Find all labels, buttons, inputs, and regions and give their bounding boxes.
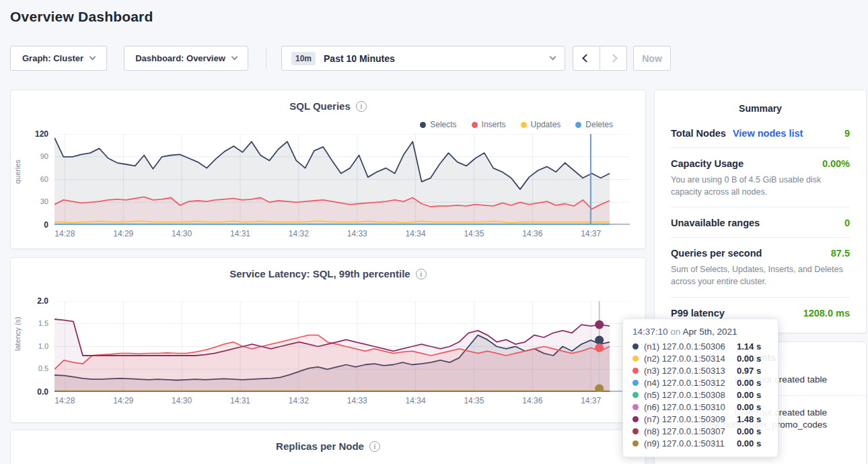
chart-title: Replicas per Node	[276, 440, 364, 452]
dashboard-dropdown[interactable]: Dashboard: Overview	[124, 46, 248, 71]
summary-metric-caption: You are using 0 B of 4.5 GiB usable disk…	[671, 174, 850, 198]
x-axis-tick: 14:35	[458, 229, 490, 238]
tooltip-node-value: 0.97 s	[737, 366, 761, 376]
tooltip-row: (n5) 127.0.0.1:503080.00 s	[632, 389, 768, 401]
x-axis-tick: 14:37	[575, 396, 607, 405]
now-button[interactable]: Now	[633, 46, 671, 71]
node-color-dot-icon	[632, 343, 639, 350]
graph-dropdown-label: Graph: Cluster	[22, 53, 83, 63]
summary-metric-value: 1208.0 ms	[803, 308, 850, 319]
info-icon[interactable]	[369, 441, 380, 452]
summary-row-head: Total NodesView nodes list9	[671, 128, 850, 139]
tooltip-node-label: (n9) 127.0.0.1:50311	[644, 438, 737, 449]
y-axis-tick: 2.0	[11, 296, 48, 306]
plot-area	[55, 301, 630, 392]
crosshair-dot	[595, 343, 604, 352]
time-prev-button[interactable]	[573, 46, 600, 71]
tooltip-date: Apr 5th, 2021	[682, 327, 737, 337]
crosshair-dot	[595, 321, 604, 329]
summary-row: Total NodesView nodes list9	[671, 118, 850, 148]
tooltip-time: 14:37:10	[632, 327, 668, 337]
crosshair-dot	[595, 336, 604, 345]
x-axis-tick: 14:34	[400, 229, 432, 238]
x-axis-tick: 14:35	[458, 396, 490, 405]
summary-metric-label: Queries per second	[671, 248, 762, 259]
plot-area	[55, 134, 630, 225]
graph-dropdown[interactable]: Graph: Cluster	[10, 46, 107, 71]
y-axis-tick: 0.0	[11, 387, 48, 397]
tooltip-node-label: (n2) 127.0.0.1:50314	[644, 354, 737, 364]
summary-metric-value: 9	[844, 128, 850, 139]
tooltip-node-value: 1.48 s	[737, 414, 761, 424]
x-axis-tick: 14:37	[575, 229, 607, 238]
node-color-dot-icon	[632, 380, 639, 386]
dashboard-dropdown-label: Dashboard: Overview	[135, 53, 225, 63]
x-axis-tick: 14:28	[48, 229, 81, 238]
node-color-dot-icon	[632, 392, 639, 398]
chart-svg	[55, 134, 630, 225]
summary-row: Unavailable ranges0	[671, 207, 850, 238]
chevron-down-icon	[89, 54, 96, 61]
node-color-dot-icon	[632, 356, 639, 362]
y-axis-tick: 0	[11, 220, 48, 230]
tooltip-row: (n7) 127.0.0.1:503091.48 s	[632, 413, 768, 425]
summary-row-head: Unavailable ranges0	[671, 218, 850, 228]
summary-row-head: Capacity Usage0.00%	[671, 158, 850, 169]
summary-row-head: P99 latency1208.0 ms	[671, 308, 850, 319]
time-range-dropdown[interactable]: 10m Past 10 Minutes	[281, 46, 565, 71]
tooltip-node-value: 0.00 s	[737, 402, 761, 412]
summary-title: Summary	[655, 90, 866, 114]
summary-panel: Summary Total NodesView nodes list9Capac…	[654, 90, 867, 333]
tooltip-node-value: 0.00 s	[737, 378, 761, 388]
summary-metric-label: Capacity Usage	[671, 158, 744, 169]
summary-metric-value: 87.5	[831, 248, 850, 259]
tooltip-on: on	[670, 327, 680, 337]
sql-queries-card: SQL Queries SelectsInsertsUpdatesDeletes…	[10, 90, 646, 249]
summary-rows: Total NodesView nodes list9Capacity Usag…	[655, 114, 866, 327]
chart-svg	[55, 301, 630, 392]
sql-queries-chart[interactable]: 120906030014:2814:2914:3014:3114:3214:33…	[11, 90, 645, 248]
tooltip-row: (n4) 127.0.0.1:503120.00 s	[632, 376, 768, 389]
x-axis-tick: 14:33	[341, 396, 373, 405]
tooltip-row: (n2) 127.0.0.1:503140.00 s	[632, 352, 768, 364]
x-axis-tick: 14:32	[283, 229, 315, 238]
view-nodes-link[interactable]: View nodes list	[733, 128, 803, 139]
service-latency-card: Service Latency: SQL, 99th percentile 2.…	[10, 257, 646, 423]
node-color-dot-icon	[632, 416, 639, 422]
summary-row-head: Queries per second87.5	[671, 248, 850, 259]
y-axis-label: latency (s)	[13, 340, 22, 351]
tooltip-node-value: 0.00 s	[737, 438, 761, 449]
y-axis-tick: 90	[11, 152, 48, 160]
tooltip-row: (n6) 127.0.0.1:503100.00 s	[632, 401, 768, 413]
time-next-button[interactable]	[600, 46, 627, 71]
chevron-down-icon	[231, 54, 238, 61]
chevron-left-icon	[582, 54, 591, 63]
summary-row: Capacity Usage0.00%You are using 0 B of …	[671, 148, 850, 207]
summary-metric-value: 0.00%	[822, 158, 850, 169]
chart-hover-tooltip: 14:37:10 on Apr 5th, 2021 (n1) 127.0.0.1…	[622, 319, 779, 457]
node-color-dot-icon	[632, 428, 639, 434]
tooltip-node-value: 0.00 s	[737, 426, 761, 436]
summary-metric-value: 0	[844, 218, 850, 228]
node-color-dot-icon	[632, 368, 639, 374]
service-latency-chart[interactable]: 2.01.51.00.50.014:2814:2914:3014:3114:32…	[11, 258, 645, 422]
summary-metric-label: Unavailable ranges	[671, 218, 760, 228]
x-axis-tick: 14:29	[107, 229, 139, 238]
x-axis-tick: 14:34	[400, 396, 432, 405]
y-axis-label: queries	[13, 173, 22, 184]
tooltip-node-label: (n4) 127.0.0.1:50312	[644, 378, 737, 388]
tooltip-row: (n3) 127.0.0.1:503130.97 s	[632, 364, 768, 376]
tooltip-node-value: 0.00 s	[737, 390, 761, 400]
y-axis-tick: 0.5	[11, 364, 48, 372]
x-axis-tick: 14:36	[516, 396, 548, 405]
tooltip-node-label: (n8) 127.0.0.1:50307	[644, 426, 737, 436]
summary-metric-caption: Sum of Selects, Updates, Inserts, and De…	[671, 263, 850, 288]
x-axis-tick: 14:30	[166, 396, 198, 405]
time-nav-group	[573, 46, 627, 71]
toolbar-divider	[266, 47, 266, 69]
chevron-down-icon	[550, 54, 556, 61]
node-color-dot-icon	[632, 404, 639, 410]
tooltip-node-label: (n6) 127.0.0.1:50310	[644, 402, 737, 412]
page-title: Overview Dashboard	[10, 9, 153, 25]
tooltip-node-label: (n3) 127.0.0.1:50313	[644, 366, 737, 376]
